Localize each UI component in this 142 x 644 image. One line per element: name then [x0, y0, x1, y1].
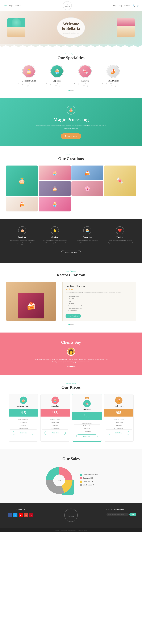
clients-title: Clients Say [6, 340, 136, 345]
macaron-item-0: 5 x Sweet Amount [74, 422, 100, 424]
specialty-desc-2: Lorem ipsum dolor sit amet, consectetur … [73, 83, 97, 87]
small-cake-order-button[interactable]: Order Now [108, 431, 129, 435]
value-name-2: Creativity [74, 236, 101, 238]
client-avatar: 👩 [67, 348, 75, 356]
value-quality: ⭐ Quality Amet consectetur adipiscing el… [41, 226, 68, 246]
client-quote: Lorem ipsum dolor sit amet, consectetur … [34, 358, 108, 363]
small-cake-price-name: Small Cakes [106, 405, 132, 407]
recipe-dot-1[interactable] [68, 324, 70, 325]
value-desc-0: Amet consectetur adipiscing elit, consec… [9, 240, 35, 246]
recipe-dot-2[interactable] [70, 324, 72, 325]
best-badge: Best [85, 397, 89, 399]
footer-bottom: Bellaria — A Delicious Cakes and Bakery … [0, 528, 142, 532]
occasion-order-button[interactable]: Order Now [13, 431, 34, 435]
nav-link-contacts[interactable]: Contacts [125, 5, 130, 6]
specialty-name-1: Cupcakes [45, 80, 69, 82]
macaron-price-tag: $55 [72, 412, 102, 420]
recipes-section: Some ✦ Recipes Recipes For You 🍰 One Bow… [0, 263, 142, 333]
specialty-macarons: 🍬 Macarons Lorem ipsum dolor sit amet, c… [73, 64, 97, 87]
specialty-desc-0: Lorem ipsum dolor sit amet, consectetur … [17, 83, 41, 87]
social-twitter[interactable]: t [13, 513, 17, 517]
value-desc-3: Leo sem, justo fermentum dapibus consequ… [107, 240, 133, 244]
occasion-price-list: 5 x Sweet Amount 1 x Soft Fruits 2 Assor… [10, 418, 36, 430]
svg-text:Sales: Sales [58, 480, 61, 482]
recipes-inner: 🍰 One Bowl Chocolate ★★★★★ Amet consecte… [6, 282, 136, 321]
occasion-item-2: 2 Assorted [10, 424, 36, 427]
nav-link-pages[interactable]: Pages [9, 5, 13, 6]
cupcake-item-1: 2 x Soft Fruits [42, 421, 68, 424]
discover-more-button[interactable]: Discover More [61, 133, 81, 139]
cupcake-order-button[interactable]: Order Now [44, 431, 66, 435]
specialty-desc-1: Lorem ipsum dolor sit amet, consectetur … [45, 83, 69, 87]
creations-subtitle: Some ✦ Creations [6, 154, 136, 156]
legend-item-2: Macarons 120 [80, 480, 98, 483]
footer-bottom-text: Bellaria — A Delicious Cakes and Bakery … [55, 529, 87, 531]
small-cake-price-list: 10 x Sweet Amount 10 x Soft Fruits 5 Ass… [106, 418, 132, 430]
pie-legend: Occasion Cakes 158 Cupcakes 358 Macarons… [80, 474, 98, 487]
cupcake-item-2: 3 Assorted [42, 424, 68, 427]
pricing-subtitle: Some ✦ Prices [6, 382, 136, 384]
cupcake-item-3: 2 x Toasted Mix [42, 427, 68, 430]
chart-section: Our Sales Sales Occasion Cakes 158 Cupca… [0, 449, 142, 503]
specialty-small-cakes: 🍰 Small Cakes Lorem ipsum dolor sit amet… [101, 64, 125, 87]
occasion-price-tag: $15 [9, 409, 38, 416]
creation-img-3: 🍬 [104, 166, 136, 196]
dot-1[interactable] [68, 90, 70, 91]
nav-link-portfolio[interactable]: Portfolio [15, 5, 21, 6]
value-passion: ❤️ Passion Leo sem, justo fermentum dapi… [107, 226, 133, 246]
macaron-price-name: Macarons [74, 408, 100, 411]
hero-cupcake-left [4, 12, 28, 44]
cart-icon[interactable]: 🛒 [137, 4, 139, 7]
quality-icon: ⭐ [51, 226, 59, 234]
specialty-desc-3: Lorem ipsum dolor sit amet, consectetur … [101, 83, 125, 87]
social-googleplus[interactable]: g+ [24, 513, 28, 517]
dot-3[interactable] [72, 90, 74, 91]
value-name-3: Passion [107, 236, 133, 238]
value-name-1: Quality [41, 236, 68, 238]
passion-icon: ❤️ [116, 226, 124, 234]
cupcake-item-0: 8 x Sweet Amount [42, 418, 68, 421]
recipe-dot-3[interactable] [72, 324, 74, 325]
nav-link-blog[interactable]: Blog [113, 5, 116, 6]
specialties-grid: 🎂 Occasion Cakes Lorem ipsum dolor sit a… [6, 64, 136, 87]
creation-img-6: 🍰 [6, 197, 38, 212]
search-icon[interactable]: 🔍 [133, 4, 135, 7]
social-youtube[interactable]: ▶ [19, 513, 23, 517]
know-us-button[interactable]: Know Us Better [61, 250, 81, 255]
occasion-item-1: 1 x Soft Fruits [10, 421, 36, 424]
legend-color-2 [80, 480, 82, 483]
ingredient-1: 1 Ounce Chocolatines [66, 298, 133, 300]
social-facebook[interactable]: f [8, 513, 12, 517]
macaron-price-list: 5 x Sweet Amount 5 x Soft Fruits 2 Assor… [74, 422, 100, 433]
pie-container: Sales Occasion Cakes 158 Cupcakes 358 Ma… [6, 466, 136, 495]
dot-2[interactable] [70, 90, 72, 91]
magic-desc: Vestibulum ante ipsum primis in faucibus… [34, 124, 108, 130]
nav-logo: ✦ Bellaria [63, 1, 72, 10]
see-directions-button[interactable]: See Directions [66, 314, 81, 318]
follow-us-title: Follow Us [6, 508, 35, 511]
newsletter-subscribe-button[interactable]: SUB [130, 513, 136, 516]
small-item-1: 10 x Soft Fruits [106, 421, 132, 424]
tradition-icon: 🎂 [18, 226, 26, 234]
hero-title: Welcome to Bellaria [62, 22, 80, 31]
newsletter-form[interactable]: SUB [107, 513, 136, 516]
magic-section: 🎂 Magic Processing Vestibulum ante ipsum… [0, 98, 142, 146]
social-pinterest[interactable]: p [29, 513, 33, 517]
creation-img-7: 🧁 [39, 197, 71, 212]
occasion-item-0: 5 x Sweet Amount [10, 418, 36, 421]
nav-icons: 🔍 🛒 [133, 4, 139, 7]
nav-link-shop[interactable]: Shop [119, 5, 122, 6]
price-card-occasion: 🎂 Occasion Cakes $15 5 x Sweet Amount 1 … [8, 394, 38, 442]
footer-logo: ✦ Bellaria [64, 508, 78, 522]
specialties-subtitle: Some ✦ Cupcakes [6, 53, 136, 55]
hero-content: Welcome to Bellaria we offer you a great… [57, 17, 85, 38]
specialty-name-3: Small Cakes [101, 80, 125, 82]
macaron-order-button[interactable]: Order Now [76, 434, 97, 438]
nav-link-home[interactable]: Home [3, 5, 7, 6]
small-item-2: 5 Assorted [106, 424, 132, 427]
cupcake-icon: 🧁 [51, 396, 59, 404]
small-item-0: 10 x Sweet Amount [106, 418, 132, 421]
specialty-name-0: Occasion Cakes [17, 80, 41, 82]
chart-title: Our Sales [6, 456, 136, 461]
newsletter-email-input[interactable] [107, 513, 129, 516]
